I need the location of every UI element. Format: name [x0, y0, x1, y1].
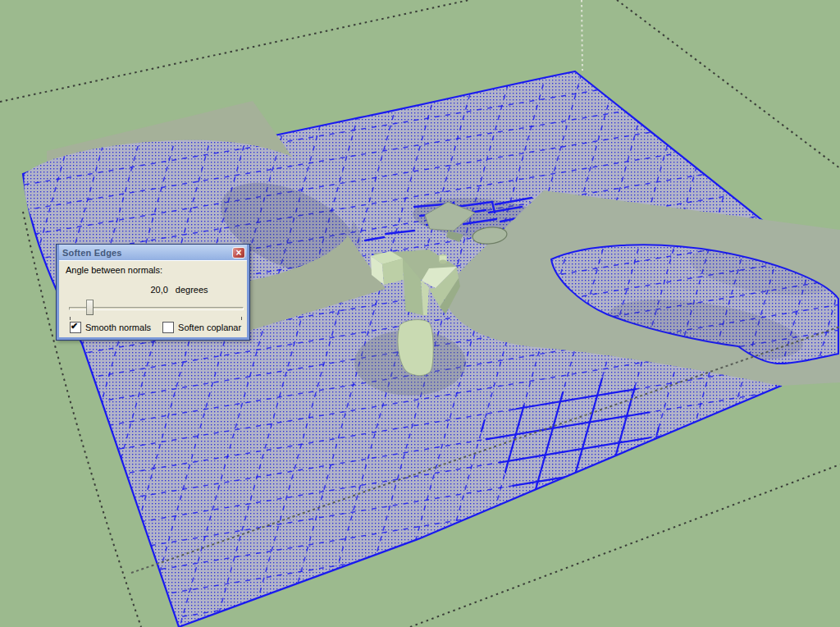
- close-button[interactable]: ×: [232, 247, 245, 259]
- smooth-normals-label: Smooth normals: [85, 323, 151, 332]
- slider-track[interactable]: [69, 307, 244, 310]
- slider-thumb[interactable]: [86, 300, 94, 315]
- checkbox-row: Smooth normals Soften coplanar: [70, 322, 241, 333]
- slider-tick-left: [70, 317, 71, 320]
- soften-edges-dialog[interactable]: Soften Edges × Angle between normals: 20…: [56, 244, 250, 341]
- angle-slider[interactable]: [59, 299, 247, 320]
- smooth-normals-checkbox[interactable]: Smooth normals: [70, 322, 151, 333]
- angle-label: Angle between normals:: [66, 265, 162, 275]
- soften-coplanar-label: Soften coplanar: [178, 323, 241, 332]
- dialog-title: Soften Edges: [62, 248, 232, 258]
- guide-line-back-corner: [582, 0, 582, 71]
- structure-column[interactable]: [398, 320, 433, 376]
- soften-coplanar-checkbox[interactable]: Soften coplanar: [162, 322, 241, 333]
- angle-unit: degrees: [176, 285, 208, 295]
- close-icon: ×: [235, 248, 241, 258]
- slider-tick-right: [241, 317, 242, 320]
- smooth-normals-box[interactable]: [70, 322, 81, 333]
- dialog-titlebar[interactable]: Soften Edges ×: [59, 245, 247, 260]
- knob-base: [440, 260, 447, 264]
- soften-coplanar-box[interactable]: [162, 322, 174, 333]
- dialog-body: Angle between normals: 20,0degrees Smoot…: [59, 260, 247, 337]
- angle-value-row: 20,0degrees: [59, 285, 247, 295]
- angle-value: 20,0: [150, 285, 167, 295]
- sketchup-viewport: Soften Edges × Angle between normals: 20…: [0, 0, 840, 627]
